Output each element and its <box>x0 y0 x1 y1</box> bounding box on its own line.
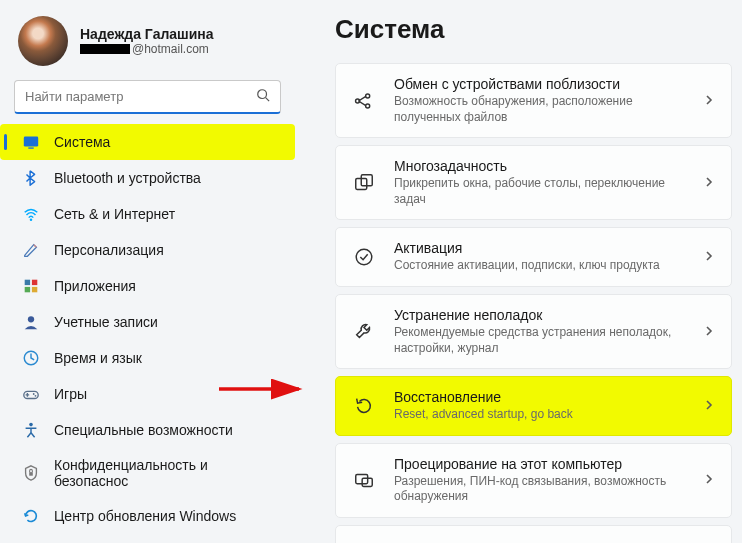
sidebar-nav: Система Bluetooth и устройства Сеть & и … <box>0 124 295 534</box>
sidebar-item-label: Персонализация <box>54 242 164 258</box>
email-redacted-part <box>80 44 130 54</box>
profile-email: @hotmail.com <box>80 42 214 56</box>
card-subtitle: Возможность обнаружения, расположение по… <box>394 94 685 125</box>
svg-point-12 <box>33 393 35 395</box>
sidebar-item-label: Специальные возможности <box>54 422 233 438</box>
multitask-icon <box>352 171 376 195</box>
settings-card-troubleshoot[interactable]: Устранение неполадок Рекомендуемые средс… <box>335 294 732 369</box>
svg-rect-7 <box>25 287 30 292</box>
svg-point-0 <box>258 89 267 98</box>
svg-point-9 <box>28 316 34 322</box>
bluetooth-icon <box>22 169 40 187</box>
sidebar-item-label: Bluetooth и устройства <box>54 170 201 186</box>
card-title: Восстановление <box>394 389 685 405</box>
svg-point-17 <box>366 94 370 98</box>
privacy-icon <box>22 464 40 482</box>
sidebar: Надежда Галашина @hotmail.com Система Bl… <box>0 0 295 543</box>
sidebar-item-accessibility[interactable]: Специальные возможности <box>0 412 295 448</box>
settings-card-recovery[interactable]: Восстановление Reset, advanced startup, … <box>335 376 732 436</box>
svg-rect-8 <box>32 287 37 292</box>
settings-card-multitask[interactable]: Многозадачность Прикрепить окна, рабочие… <box>335 145 732 220</box>
svg-point-21 <box>356 249 372 265</box>
card-title: Проецирование на этот компьютер <box>394 456 685 472</box>
card-subtitle: Разрешения, ПИН-код связывания, возможно… <box>394 474 685 505</box>
sidebar-item-label: Приложения <box>54 278 136 294</box>
card-text: Устранение неполадок Рекомендуемые средс… <box>394 307 685 356</box>
svg-point-4 <box>30 219 33 222</box>
search-input[interactable] <box>25 89 256 104</box>
settings-card-activation[interactable]: Активация Состояние активации, подписки,… <box>335 227 732 287</box>
sidebar-item-bluetooth[interactable]: Bluetooth и устройства <box>0 160 295 196</box>
sidebar-item-accounts[interactable]: Учетные записи <box>0 304 295 340</box>
settings-cards: Обмен с устройствами поблизости Возможно… <box>335 63 732 543</box>
sidebar-item-label: Конфиденциальность и безопаснос <box>54 457 281 489</box>
profile-text: Надежда Галашина @hotmail.com <box>80 26 214 56</box>
sidebar-item-system[interactable]: Система <box>0 124 295 160</box>
chevron-right-icon <box>703 471 715 489</box>
svg-point-16 <box>356 99 360 103</box>
main-content: Система Обмен с устройствами поблизости … <box>295 0 742 543</box>
network-icon <box>22 205 40 223</box>
card-text: Активация Состояние активации, подписки,… <box>394 240 685 274</box>
profile-name: Надежда Галашина <box>80 26 214 42</box>
time-icon <box>22 349 40 367</box>
troubleshoot-icon <box>352 320 376 344</box>
profile-block[interactable]: Надежда Галашина @hotmail.com <box>0 10 295 80</box>
chevron-right-icon <box>703 248 715 266</box>
avatar <box>18 16 68 66</box>
sidebar-item-network[interactable]: Сеть & и Интернет <box>0 196 295 232</box>
page-title: Система <box>335 14 732 45</box>
sidebar-item-update[interactable]: Центр обновления Windows <box>0 498 295 534</box>
sidebar-item-label: Сеть & и Интернет <box>54 206 175 222</box>
search-box[interactable] <box>14 80 281 114</box>
chevron-right-icon <box>703 174 715 192</box>
card-subtitle: Reset, advanced startup, go back <box>394 407 685 423</box>
settings-card-remote[interactable]: Удаленный рабочий стол <box>335 525 732 543</box>
svg-rect-15 <box>29 472 33 476</box>
recovery-icon <box>352 394 376 418</box>
svg-point-18 <box>366 104 370 108</box>
card-text: Проецирование на этот компьютер Разрешен… <box>394 456 685 505</box>
accounts-icon <box>22 313 40 331</box>
search-icon <box>256 88 270 106</box>
accessibility-icon <box>22 421 40 439</box>
sidebar-item-label: Система <box>54 134 110 150</box>
settings-card-share[interactable]: Обмен с устройствами поблизости Возможно… <box>335 63 732 138</box>
chevron-right-icon <box>703 92 715 110</box>
sidebar-item-time[interactable]: Время и язык <box>0 340 295 376</box>
sidebar-item-gaming[interactable]: Игры <box>0 376 295 412</box>
settings-card-project[interactable]: Проецирование на этот компьютер Разрешен… <box>335 443 732 518</box>
svg-line-1 <box>266 97 270 101</box>
gaming-icon <box>22 385 40 403</box>
card-subtitle: Прикрепить окна, рабочие столы, переключ… <box>394 176 685 207</box>
card-title: Многозадачность <box>394 158 685 174</box>
chevron-right-icon <box>703 397 715 415</box>
sidebar-item-apps[interactable]: Приложения <box>0 268 295 304</box>
sidebar-item-label: Игры <box>54 386 87 402</box>
card-title: Устранение неполадок <box>394 307 685 323</box>
sidebar-item-label: Время и язык <box>54 350 142 366</box>
svg-point-14 <box>29 423 33 427</box>
sidebar-item-personalization[interactable]: Персонализация <box>0 232 295 268</box>
card-text: Многозадачность Прикрепить окна, рабочие… <box>394 158 685 207</box>
share-icon <box>352 89 376 113</box>
personalization-icon <box>22 241 40 259</box>
project-icon <box>352 468 376 492</box>
update-icon <box>22 507 40 525</box>
card-title: Обмен с устройствами поблизости <box>394 76 685 92</box>
email-domain: @hotmail.com <box>132 42 209 56</box>
sidebar-item-privacy[interactable]: Конфиденциальность и безопаснос <box>0 448 295 498</box>
card-text: Обмен с устройствами поблизости Возможно… <box>394 76 685 125</box>
svg-rect-5 <box>25 280 30 285</box>
svg-rect-6 <box>32 280 37 285</box>
activation-icon <box>352 245 376 269</box>
card-subtitle: Состояние активации, подписки, ключ прод… <box>394 258 685 274</box>
svg-point-13 <box>35 395 37 397</box>
svg-rect-2 <box>24 137 38 147</box>
apps-icon <box>22 277 40 295</box>
card-title: Активация <box>394 240 685 256</box>
card-text: Восстановление Reset, advanced startup, … <box>394 389 685 423</box>
system-icon <box>22 133 40 151</box>
chevron-right-icon <box>703 323 715 341</box>
svg-rect-3 <box>28 147 33 148</box>
